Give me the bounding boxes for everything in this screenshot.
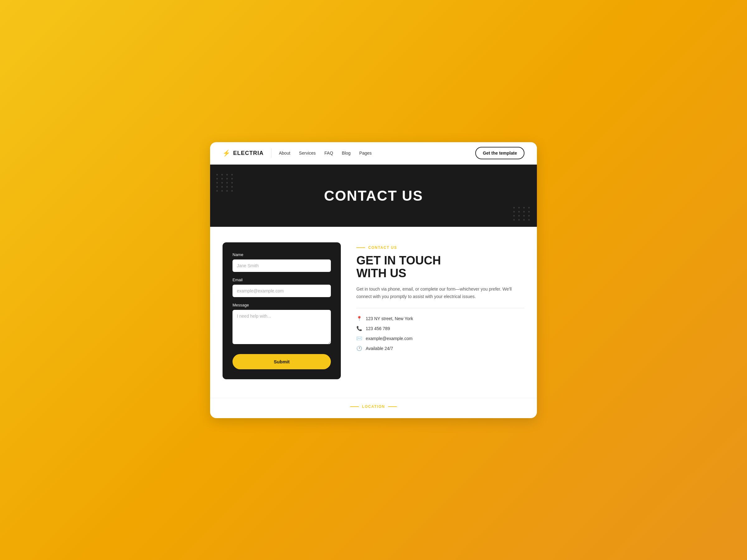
info-description: Get in touch via phone, email, or comple… [356,286,524,300]
nav-item-blog[interactable]: Blog [342,150,351,156]
nav-item-services[interactable]: Services [299,150,316,156]
main-content: Name Email Message Submit CONTACT US GET… [210,227,537,398]
hero-title: CONTACT US [324,187,423,204]
nav-item-faq[interactable]: FAQ [324,150,333,156]
info-heading-line1: GET IN TOUCH [356,254,441,267]
section-tag: CONTACT US [356,245,524,250]
clock-icon: 🕐 [356,346,362,351]
name-input[interactable] [232,260,331,272]
brand-name: ELECTRIA [233,150,264,157]
dots-left-pattern [216,174,234,192]
nav-link-about[interactable]: About [279,151,290,156]
address-text: 123 NY street, New York [366,316,413,321]
nav-links: About Services FAQ Blog Pages [279,150,475,156]
email-field-group: Email [232,277,331,297]
email-input[interactable] [232,285,331,297]
message-field-group: Message [232,303,331,345]
page-container: ⚡ ELECTRIA About Services FAQ Blog Pages… [210,142,537,418]
location-tag-text: LOCATION [362,404,385,409]
info-heading-line2: WITH US [356,267,406,280]
get-template-button[interactable]: Get the template [475,147,524,159]
contact-availability-item: 🕐 Available 24/7 [356,346,524,351]
email-label: Email [232,277,331,282]
info-section: CONTACT US GET IN TOUCH WITH US Get in t… [356,242,524,351]
submit-button[interactable]: Submit [232,354,331,369]
contact-form-card: Name Email Message Submit [223,242,341,379]
dots-right-pattern [513,207,531,220]
availability-text: Available 24/7 [366,346,393,351]
location-tag-line-right [388,406,397,407]
phone-icon: 📞 [356,326,362,331]
nav-divider [271,149,272,158]
name-label: Name [232,252,331,257]
tag-text: CONTACT US [368,245,397,250]
contact-phone-item: 📞 123 456 789 [356,326,524,331]
contact-address-item: 📍 123 NY street, New York [356,316,524,321]
email-icon: ✉️ [356,336,362,341]
nav-link-faq[interactable]: FAQ [324,151,333,156]
nav-link-blog[interactable]: Blog [342,151,351,156]
navbar: ⚡ ELECTRIA About Services FAQ Blog Pages… [210,142,537,165]
hero-banner: CONTACT US [210,165,537,227]
nav-link-pages[interactable]: Pages [359,151,371,156]
nav-item-pages[interactable]: Pages [359,150,371,156]
email-text: example@example.com [366,336,412,341]
contact-email-item: ✉️ example@example.com [356,336,524,341]
info-divider [356,308,524,308]
nav-link-services[interactable]: Services [299,151,316,156]
location-icon: 📍 [356,316,362,321]
contact-details: 📍 123 NY street, New York 📞 123 456 789 … [356,316,524,351]
info-heading: GET IN TOUCH WITH US [356,254,524,280]
name-field-group: Name [232,252,331,272]
location-tag-line [350,406,359,407]
location-tag: LOCATION [223,404,524,409]
message-label: Message [232,303,331,308]
logo[interactable]: ⚡ ELECTRIA [223,149,264,157]
tag-line [356,247,365,248]
message-textarea[interactable] [232,310,331,344]
phone-text: 123 456 789 [366,326,390,331]
bolt-icon: ⚡ [223,149,231,157]
nav-item-about[interactable]: About [279,150,290,156]
location-section: LOCATION [210,398,537,418]
